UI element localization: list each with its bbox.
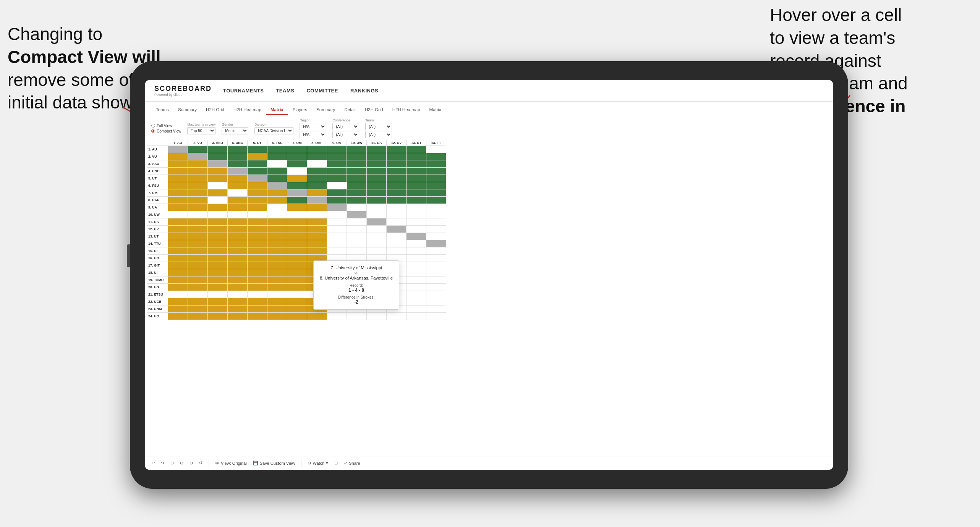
matrix-cell[interactable] [347, 313, 367, 320]
matrix-cell[interactable] [287, 306, 307, 313]
matrix-cell[interactable] [347, 160, 367, 168]
matrix-cell[interactable] [228, 276, 248, 284]
conference-select2[interactable]: (All) [332, 131, 359, 138]
matrix-cell[interactable] [208, 284, 228, 291]
matrix-cell[interactable] [208, 255, 228, 262]
matrix-cell[interactable] [267, 168, 287, 175]
matrix-cell[interactable] [188, 313, 208, 320]
matrix-cell[interactable] [248, 197, 267, 204]
matrix-cell[interactable] [367, 313, 387, 320]
matrix-cell[interactable] [426, 313, 446, 320]
matrix-cell[interactable] [287, 247, 307, 255]
matrix-cell[interactable] [407, 211, 426, 218]
matrix-cell[interactable] [228, 298, 248, 306]
matrix-cell[interactable] [407, 197, 426, 204]
matrix-cell[interactable] [327, 175, 347, 182]
matrix-cell[interactable] [208, 226, 228, 233]
matrix-cell[interactable] [267, 276, 287, 284]
matrix-cell[interactable] [188, 291, 208, 298]
matrix-cell[interactable] [367, 240, 387, 247]
matrix-cell[interactable] [387, 247, 407, 255]
matrix-cell[interactable] [208, 306, 228, 313]
matrix-cell[interactable] [208, 218, 228, 226]
matrix-cell[interactable] [188, 189, 208, 197]
undo-button[interactable]: ↩ [151, 461, 155, 466]
matrix-cell[interactable] [228, 284, 248, 291]
matrix-cell[interactable] [327, 204, 347, 211]
matrix-cell[interactable] [407, 218, 426, 226]
matrix-cell[interactable] [228, 306, 248, 313]
matrix-cell[interactable] [307, 240, 327, 247]
matrix-cell[interactable] [307, 168, 327, 175]
matrix-cell[interactable] [168, 306, 188, 313]
matrix-cell[interactable] [228, 313, 248, 320]
matrix-cell[interactable] [168, 182, 188, 189]
toolbar-icon-2[interactable]: ⊙ [180, 461, 183, 466]
matrix-cell[interactable] [407, 255, 426, 262]
tab-detail[interactable]: Detail [340, 105, 360, 115]
matrix-cell[interactable] [367, 189, 387, 197]
matrix-cell[interactable] [168, 298, 188, 306]
matrix-cell[interactable] [208, 168, 228, 175]
matrix-cell[interactable] [208, 269, 228, 276]
matrix-cell[interactable] [188, 168, 208, 175]
matrix-cell[interactable] [267, 255, 287, 262]
matrix-cell[interactable] [267, 233, 287, 240]
matrix-cell[interactable] [307, 247, 327, 255]
save-custom-button[interactable]: 💾 Save Custom View [253, 461, 295, 466]
matrix-cell[interactable] [267, 291, 287, 298]
matrix-cell[interactable] [407, 262, 426, 269]
toolbar-icon-4[interactable]: ↺ [199, 461, 202, 466]
matrix-cell[interactable] [168, 284, 188, 291]
matrix-cell[interactable] [387, 204, 407, 211]
matrix-cell[interactable] [426, 218, 446, 226]
compact-view-option[interactable]: Compact View [151, 129, 181, 133]
matrix-cell[interactable] [407, 146, 426, 153]
matrix-cell[interactable] [387, 313, 407, 320]
matrix-cell[interactable] [327, 218, 347, 226]
matrix-cell[interactable] [387, 182, 407, 189]
matrix-cell[interactable] [188, 160, 208, 168]
max-teams-select[interactable]: Top 50 [187, 127, 215, 134]
matrix-cell[interactable] [168, 276, 188, 284]
team-select2[interactable]: (All) [365, 131, 392, 138]
matrix-cell[interactable] [426, 240, 446, 247]
matrix-cell[interactable] [228, 211, 248, 218]
matrix-area[interactable]: 1. AU 2. VU 3. ASU 4. UNC 5. UT 6. FSU 7… [145, 138, 833, 456]
matrix-cell[interactable] [367, 211, 387, 218]
matrix-cell[interactable] [267, 262, 287, 269]
matrix-cell[interactable] [367, 175, 387, 182]
tab-matrix1[interactable]: Matrix [266, 105, 288, 115]
matrix-cell[interactable] [407, 240, 426, 247]
matrix-cell[interactable] [228, 146, 248, 153]
matrix-cell[interactable] [327, 182, 347, 189]
matrix-cell[interactable] [267, 175, 287, 182]
matrix-cell[interactable] [188, 211, 208, 218]
matrix-cell[interactable] [248, 240, 267, 247]
matrix-cell[interactable] [426, 182, 446, 189]
matrix-cell[interactable] [168, 160, 188, 168]
matrix-cell[interactable] [267, 146, 287, 153]
matrix-cell[interactable] [407, 284, 426, 291]
toolbar-grid-icon[interactable]: ⊞ [334, 461, 338, 466]
matrix-cell[interactable] [228, 269, 248, 276]
matrix-cell[interactable] [287, 291, 307, 298]
matrix-cell[interactable] [168, 175, 188, 182]
matrix-cell[interactable] [387, 146, 407, 153]
matrix-cell[interactable] [248, 168, 267, 175]
matrix-cell[interactable] [407, 233, 426, 240]
matrix-cell[interactable] [367, 197, 387, 204]
matrix-cell[interactable] [407, 313, 426, 320]
matrix-cell[interactable] [188, 298, 208, 306]
matrix-cell[interactable] [188, 255, 208, 262]
matrix-cell[interactable] [228, 240, 248, 247]
matrix-cell[interactable] [188, 233, 208, 240]
matrix-cell[interactable] [287, 182, 307, 189]
matrix-cell[interactable] [228, 291, 248, 298]
matrix-cell[interactable] [426, 160, 446, 168]
matrix-cell[interactable] [387, 211, 407, 218]
matrix-cell[interactable] [367, 153, 387, 160]
matrix-cell[interactable] [287, 269, 307, 276]
matrix-cell[interactable] [327, 313, 347, 320]
matrix-cell[interactable] [387, 168, 407, 175]
